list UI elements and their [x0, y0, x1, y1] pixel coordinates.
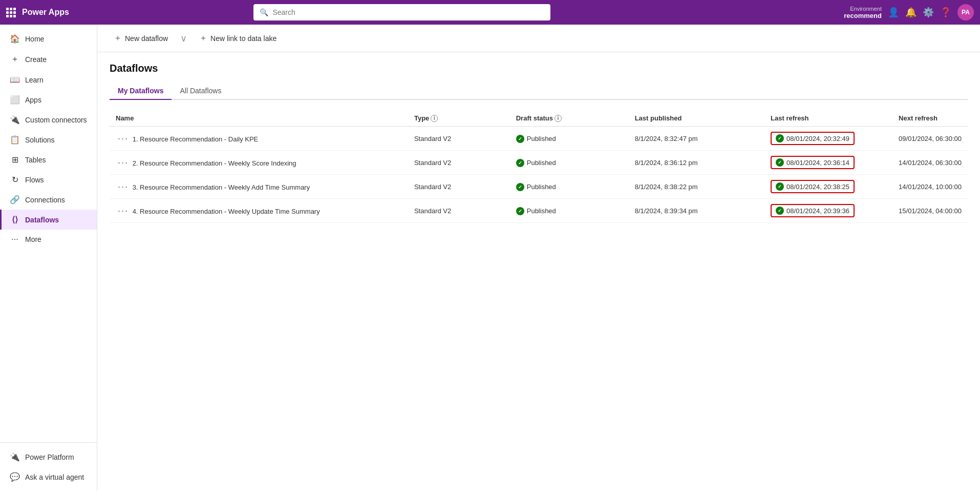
- learn-icon: 📖: [10, 75, 20, 85]
- type-info-icon[interactable]: i: [431, 115, 438, 122]
- sidebar-item-power-platform[interactable]: 🔌 Power Platform: [0, 447, 97, 467]
- solutions-icon: 📋: [10, 135, 20, 145]
- tab-my-dataflows[interactable]: My Dataflows: [110, 83, 172, 100]
- sidebar-item-connections[interactable]: 🔗 Connections: [0, 190, 97, 210]
- last-refresh-highlight: 08/01/2024, 20:36:14: [771, 156, 855, 169]
- cell-next-refresh: 14/01/2024, 10:00:00: [892, 175, 968, 199]
- flows-icon: ↻: [10, 175, 20, 185]
- tables-icon: ⊞: [10, 155, 20, 165]
- new-dataflow-label: New dataflow: [125, 34, 168, 43]
- draft-info-icon[interactable]: i: [555, 115, 562, 122]
- gear-icon[interactable]: ⚙️: [923, 7, 934, 18]
- new-dataflow-button[interactable]: ＋ New dataflow: [110, 31, 172, 46]
- top-nav-right: Environment recommend 👤 🔔 ⚙️ ❓ PA: [844, 4, 974, 21]
- sidebar-label-ask-agent: Ask a virtual agent: [25, 473, 84, 481]
- cell-last-published: 8/1/2024, 8:32:47 pm: [629, 127, 764, 151]
- sidebar-label-tables: Tables: [25, 156, 46, 164]
- sidebar-label-solutions: Solutions: [25, 136, 55, 144]
- status-label: Published: [527, 183, 556, 191]
- cell-draft-status: Published: [510, 199, 629, 223]
- row-more-button[interactable]: ···: [116, 132, 131, 145]
- sidebar-item-custom-connectors[interactable]: 🔌 Custom connectors: [0, 110, 97, 130]
- sidebar-item-flows[interactable]: ↻ Flows: [0, 170, 97, 190]
- status-badge: Published: [516, 183, 556, 191]
- last-refresh-value: 08/01/2024, 20:38:25: [786, 183, 849, 191]
- tabs-bar: My Dataflows All Dataflows: [110, 83, 968, 100]
- ask-agent-icon: 💬: [10, 472, 20, 482]
- top-nav: Power Apps 🔍 Environment recommend 👤 🔔 ⚙…: [0, 0, 980, 25]
- environment-label: Environment: [850, 6, 882, 12]
- help-icon[interactable]: ❓: [940, 7, 951, 18]
- refresh-success-icon: [776, 134, 784, 142]
- sidebar-item-create[interactable]: ＋ Create: [0, 49, 97, 70]
- published-icon: [516, 207, 524, 215]
- cell-last-refresh: 08/01/2024, 20:39:36: [764, 199, 892, 223]
- col-header-type: Type i: [408, 110, 510, 127]
- new-link-button[interactable]: ＋ New link to data lake: [195, 31, 281, 46]
- dataflows-icon: ⟨⟩: [10, 215, 20, 224]
- status-badge: Published: [516, 159, 556, 167]
- status-label: Published: [527, 207, 556, 215]
- row-more-button[interactable]: ···: [116, 156, 131, 169]
- row-more-button[interactable]: ···: [116, 204, 131, 217]
- sidebar-item-learn[interactable]: 📖 Learn: [0, 70, 97, 90]
- dataflows-table: Name Type i Draft status i: [110, 110, 968, 223]
- last-refresh-value: 08/01/2024, 20:36:14: [786, 159, 849, 167]
- custom-connectors-icon: 🔌: [10, 115, 20, 125]
- sidebar-item-tables[interactable]: ⊞ Tables: [0, 150, 97, 170]
- environment-block: Environment recommend: [844, 6, 882, 19]
- last-refresh-value: 08/01/2024, 20:39:36: [786, 207, 849, 215]
- cell-last-refresh: 08/01/2024, 20:36:14: [764, 151, 892, 175]
- published-icon: [516, 159, 524, 167]
- refresh-success-icon: [776, 158, 784, 167]
- sidebar-item-solutions[interactable]: 📋 Solutions: [0, 130, 97, 150]
- page-content: Dataflows My Dataflows All Dataflows Nam…: [97, 52, 980, 491]
- cell-draft-status: Published: [510, 127, 629, 151]
- col-header-last-published: Last published: [629, 110, 764, 127]
- cell-name: ··· 1. Resource Recommendation - Daily K…: [110, 127, 408, 151]
- main-layout: 🏠 Home ＋ Create 📖 Learn ⬜ Apps 🔌 Custom …: [0, 25, 980, 491]
- power-platform-icon: 🔌: [10, 452, 20, 462]
- waffle-icon[interactable]: [6, 8, 16, 17]
- avatar[interactable]: PA: [957, 4, 974, 21]
- dropdown-arrow[interactable]: ∨: [180, 33, 187, 44]
- person-icon[interactable]: 👤: [888, 7, 899, 18]
- cell-type: Standard V2: [408, 151, 510, 175]
- content-toolbar: ＋ New dataflow ∨ ＋ New link to data lake: [97, 25, 980, 52]
- connections-icon: 🔗: [10, 195, 20, 204]
- sidebar-label-more: More: [25, 235, 41, 243]
- cell-last-published: 8/1/2024, 8:36:12 pm: [629, 151, 764, 175]
- refresh-success-icon: [776, 182, 784, 191]
- cell-next-refresh: 09/01/2024, 06:30:00: [892, 127, 968, 151]
- status-badge: Published: [516, 207, 556, 215]
- sidebar-item-apps[interactable]: ⬜ Apps: [0, 90, 97, 110]
- new-link-label: New link to data lake: [210, 34, 276, 43]
- bell-icon[interactable]: 🔔: [905, 7, 917, 18]
- home-icon: 🏠: [10, 34, 20, 44]
- sidebar-label-home: Home: [25, 35, 44, 43]
- cell-name: ··· 4. Resource Recommendation - Weekly …: [110, 199, 408, 223]
- last-refresh-highlight: 08/01/2024, 20:38:25: [771, 180, 855, 193]
- tab-all-dataflows[interactable]: All Dataflows: [172, 83, 229, 100]
- sidebar-item-dataflows[interactable]: ⟨⟩ Dataflows: [0, 210, 97, 230]
- app-title: Power Apps: [22, 8, 69, 17]
- sidebar-label-flows: Flows: [25, 176, 44, 184]
- page-title: Dataflows: [110, 63, 968, 74]
- sidebar-item-home[interactable]: 🏠 Home: [0, 29, 97, 49]
- search-input[interactable]: [272, 8, 544, 16]
- table-row: ··· 1. Resource Recommendation - Daily K…: [110, 127, 968, 151]
- sidebar-label-apps: Apps: [25, 96, 41, 104]
- col-header-name: Name: [110, 110, 408, 127]
- sidebar-item-ask-agent[interactable]: 💬 Ask a virtual agent: [0, 467, 97, 487]
- cell-draft-status: Published: [510, 175, 629, 199]
- table-row: ··· 3. Resource Recommendation - Weekly …: [110, 175, 968, 199]
- last-refresh-value: 08/01/2024, 20:32:49: [786, 135, 849, 142]
- cell-draft-status: Published: [510, 151, 629, 175]
- last-refresh-highlight: 08/01/2024, 20:32:49: [771, 132, 855, 145]
- cell-last-refresh: 08/01/2024, 20:32:49: [764, 127, 892, 151]
- cell-last-published: 8/1/2024, 8:39:34 pm: [629, 199, 764, 223]
- search-bar[interactable]: 🔍: [253, 4, 550, 21]
- cell-last-published: 8/1/2024, 8:38:22 pm: [629, 175, 764, 199]
- row-more-button[interactable]: ···: [116, 180, 131, 193]
- sidebar-item-more[interactable]: ··· More: [0, 230, 97, 249]
